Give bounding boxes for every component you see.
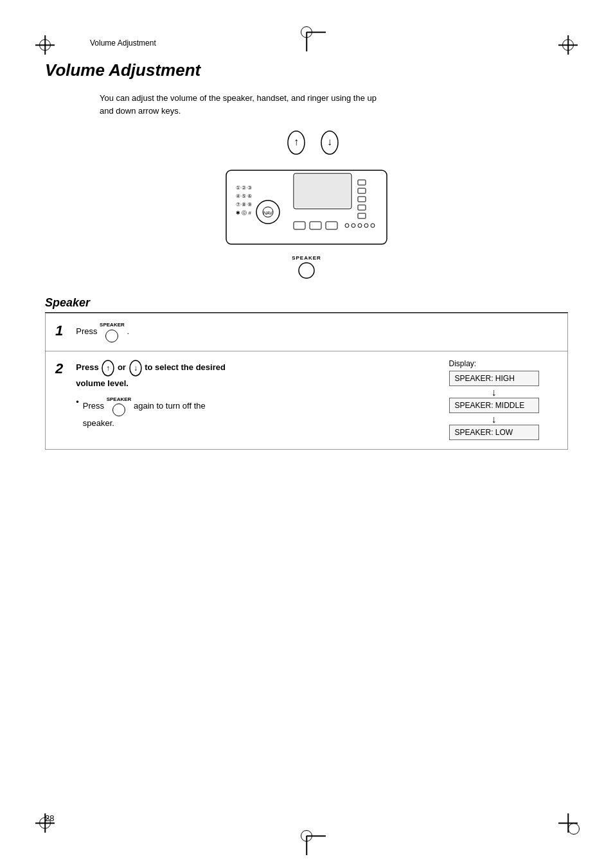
step-1-row: 1 Press SPEAKER . [46,314,568,351]
step-2-down-arrow-icon: ↓ [129,359,143,377]
phone-diagram-area: ↑ ↓ ① ② ③ ④ ⑤ ⑥ ⑦ ⑧ ⑨ ✱ ⓪ # [45,130,568,280]
display-speaker-low: SPEAKER: LOW [449,425,539,440]
step-2-or-text: or [118,362,129,372]
step-1-content: Press SPEAKER . [66,314,567,351]
step-1-speaker-label: SPEAKER [100,321,125,330]
breadcrumb: Volume Adjustment [90,39,568,48]
step-2-content: Press ↑ or ↓ to select the desired [66,351,439,449]
step-2-main-line: Press ↑ or ↓ to select the desired [76,359,429,377]
speaker-diagram-label: SPEAKER [292,255,321,280]
svg-point-27 [299,263,314,278]
svg-text:↑: ↑ [294,136,299,147]
step-1-number: 1 [46,314,67,351]
step-2-bullet-content: Press SPEAKER again to turn off the spea… [83,396,206,431]
svg-text:↓: ↓ [134,364,138,373]
speaker-circle-diagram [297,261,316,280]
page: Volume Adjustment Volume Adjustment You … [0,0,613,868]
reg-mark-br [558,813,578,833]
step-2-display: Display: SPEAKER: HIGH ↓ SPEAKER: MIDDLE… [440,351,568,449]
svg-text:↑: ↑ [106,364,110,373]
up-arrow-key-icon: ↑ [286,130,306,157]
step-2-row: 2 Press ↑ or ↓ to select the desir [46,351,568,449]
svg-text:✱ ⓪ #: ✱ ⓪ # [236,210,251,216]
step-1-speaker-button-icon [105,330,118,342]
step-2-select-label: to select the desired [145,362,226,372]
down-arrow-key-icon: ↓ [319,130,340,157]
reg-mark-tl [35,35,55,55]
step-2-up-arrow-icon: ↑ [101,359,115,377]
svg-rect-10 [295,175,350,208]
display-speaker-middle: SPEAKER: MIDDLE [449,398,539,413]
svg-text:④ ⑤ ⑥: ④ ⑤ ⑥ [236,193,252,199]
step-2-speaker-btn-icon [112,403,125,416]
intro-text: You can adjust the volume of the speaker… [100,92,568,117]
step-2-press-label: Press [76,362,101,372]
page-number: 28 [45,813,54,823]
arrow-icons-above: ↑ ↓ [286,130,340,157]
speaker-section-title: Speaker [45,296,568,313]
step-2-volume-label: volume level. [76,377,429,391]
step-1-period: . [127,326,129,336]
display-arrow-1: ↓ [449,387,539,398]
phone-body-diagram: ① ② ③ ④ ⑤ ⑥ ⑦ ⑧ ⑨ ✱ ⓪ # NAV [220,161,393,254]
svg-text:⑦ ⑧ ⑨: ⑦ ⑧ ⑨ [236,202,252,208]
step-2-number: 2 [46,351,67,449]
page-title: Volume Adjustment [45,60,568,80]
display-arrow-2: ↓ [449,414,539,425]
step-2-speaker-btn-container: SPEAKER [107,396,132,418]
svg-text:↓: ↓ [327,136,332,147]
step-2-bullet: • Press SPEAKER again to turn off the sp… [76,396,429,431]
step-2-volume-level: volume level. [76,378,129,388]
step-1-press-label: Press [76,326,100,336]
reg-mark-tr [558,35,578,55]
svg-text:NAV: NAV [263,211,272,215]
step-2-bullet-dot: • [76,396,79,409]
steps-table: 1 Press SPEAKER . 2 Press ↑ [45,313,568,450]
display-speaker-high: SPEAKER: HIGH [449,371,539,386]
step-2-speaker-small-label: SPEAKER [107,396,132,404]
step-1-speaker-btn-container: SPEAKER [100,321,125,343]
svg-text:① ② ③: ① ② ③ [236,185,252,191]
display-label: Display: [449,359,558,368]
